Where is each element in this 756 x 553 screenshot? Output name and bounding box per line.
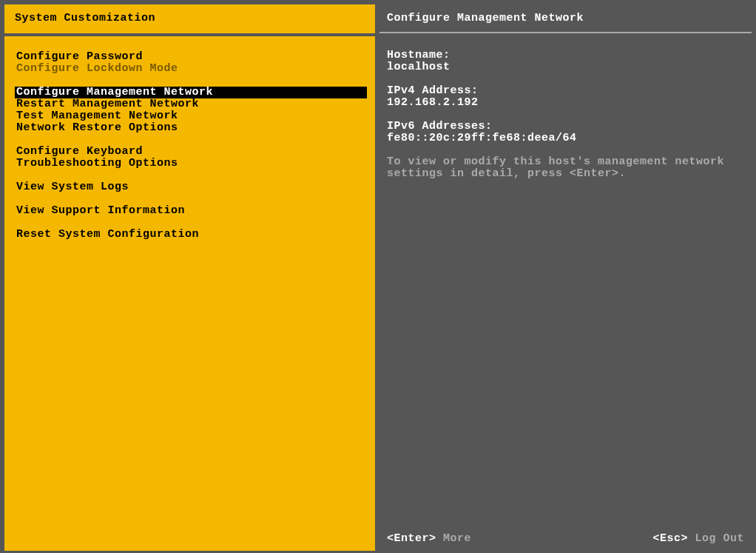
right-title-bar: Configure Management Network (379, 4, 752, 33)
dcui-screen: System Customization Configure Password … (0, 0, 756, 553)
menu-spacer (15, 75, 365, 87)
hint-text: To view or modify this host's management… (387, 156, 744, 180)
left-panel: System Customization Configure Password … (0, 0, 377, 553)
ipv4-value: 192.168.2.192 (387, 97, 744, 109)
footer: <Enter> More <Esc> Log Out (379, 530, 752, 551)
menu-view-system-logs[interactable]: View System Logs (15, 181, 365, 193)
menu-configure-keyboard[interactable]: Configure Keyboard (15, 146, 365, 158)
menu-configure-password[interactable]: Configure Password (15, 51, 365, 63)
right-body: Hostname: localhost IPv4 Address: 192.16… (379, 35, 752, 530)
menu-spacer (15, 217, 365, 229)
footer-enter[interactable]: <Enter> More (387, 533, 471, 545)
enter-key: <Enter> (387, 532, 436, 545)
menu-restart-mgmt-net[interactable]: Restart Management Network (15, 98, 365, 110)
info-spacer (387, 144, 744, 156)
ipv6-label: IPv6 Addresses: (387, 121, 744, 133)
hostname-value: localhost (387, 61, 744, 73)
right-title: Configure Management Network (387, 12, 584, 24)
hostname-label: Hostname: (387, 50, 744, 61)
menu-test-mgmt-net[interactable]: Test Management Network (15, 110, 365, 122)
menu-spacer (15, 170, 365, 181)
menu-spacer (15, 134, 365, 146)
esc-label: Log Out (688, 532, 744, 545)
menu-view-support-info[interactable]: View Support Information (15, 205, 365, 217)
footer-esc[interactable]: <Esc> Log Out (652, 533, 744, 545)
enter-label: More (436, 532, 472, 545)
info-spacer (387, 109, 744, 121)
menu-troubleshooting[interactable]: Troubleshooting Options (15, 158, 365, 170)
right-panel: Configure Management Network Hostname: l… (377, 0, 756, 553)
info-spacer (387, 73, 744, 85)
ipv4-label: IPv4 Address: (387, 85, 744, 97)
menu-configure-lockdown[interactable]: Configure Lockdown Mode (15, 63, 365, 75)
menu-configure-mgmt-net[interactable]: Configure Management Network (15, 87, 367, 98)
menu-reset-system-config[interactable]: Reset System Configuration (15, 229, 365, 241)
menu-net-restore[interactable]: Network Restore Options (15, 122, 365, 134)
menu-body: Configure Password Configure Lockdown Mo… (4, 36, 375, 551)
left-title: System Customization (15, 12, 155, 24)
left-title-bar: System Customization (4, 4, 375, 33)
menu-spacer (15, 193, 365, 205)
esc-key: <Esc> (652, 532, 688, 545)
ipv6-value: fe80::20c:29ff:fe68:deea/64 (387, 133, 744, 144)
